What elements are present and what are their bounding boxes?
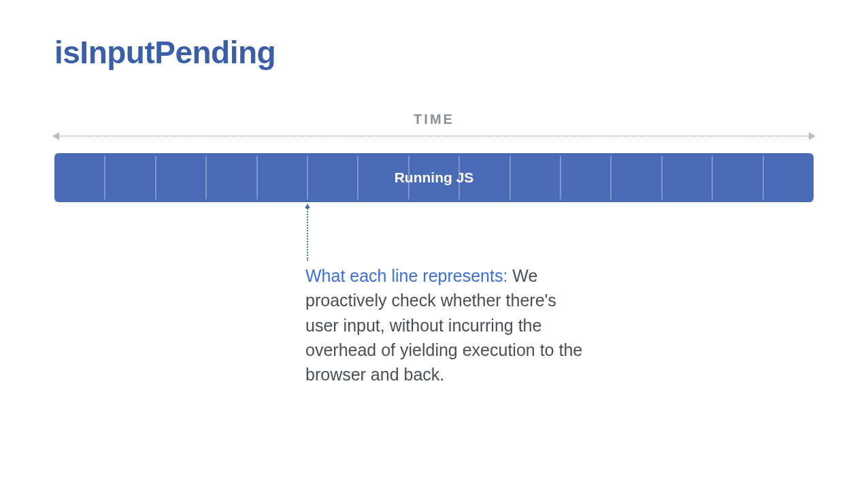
- slide: isInputPending TIME Running JS What each…: [0, 0, 868, 488]
- running-js-bar-label: Running JS: [395, 169, 474, 186]
- time-axis-line: [59, 135, 809, 137]
- annotation-pointer: [307, 206, 308, 261]
- annotation-lead: What each line represents:: [305, 266, 507, 285]
- bar-tick: [712, 156, 713, 199]
- time-axis: [54, 131, 814, 141]
- bar-tick: [661, 156, 663, 199]
- bar-tick: [307, 156, 308, 199]
- bar-tick: [510, 156, 511, 199]
- bar-tick: [763, 156, 764, 199]
- bar-tick: [357, 156, 358, 199]
- annotation-text: What each line represents: We proactivel…: [305, 263, 591, 387]
- bar-tick: [610, 156, 612, 199]
- time-axis-label: TIME: [54, 112, 814, 127]
- arrow-up-icon: [305, 204, 310, 208]
- page-title: isInputPending: [54, 34, 814, 71]
- bar-tick: [155, 156, 156, 199]
- bar-tick: [205, 156, 207, 199]
- bar-tick: [256, 156, 258, 199]
- arrow-right-icon: [809, 132, 816, 140]
- running-js-bar: Running JS: [54, 153, 814, 202]
- bar-tick: [560, 156, 561, 199]
- bar-tick: [104, 156, 105, 199]
